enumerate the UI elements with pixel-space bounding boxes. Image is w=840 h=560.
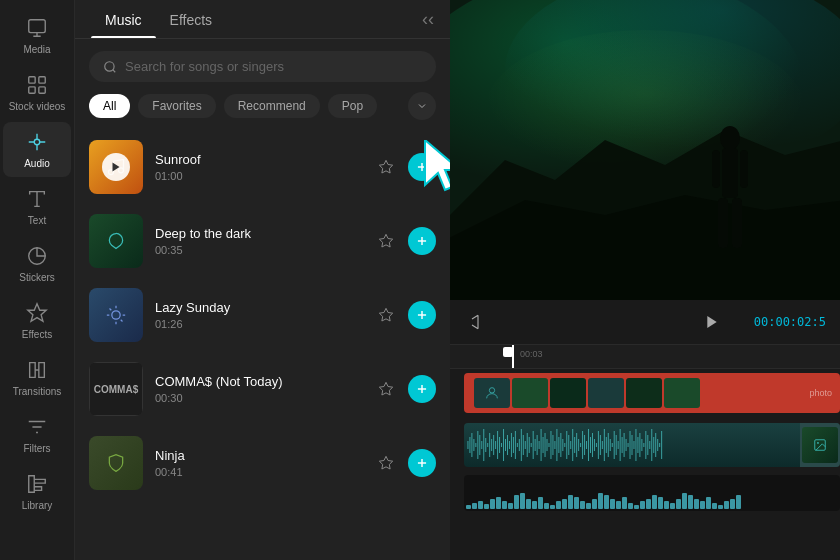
favorite-btn-deep[interactable] xyxy=(372,227,400,255)
svg-point-19 xyxy=(112,311,120,319)
tab-effects[interactable]: Effects xyxy=(156,0,227,38)
song-info-ninja: Ninja 00:41 xyxy=(155,448,360,478)
favorite-btn-sunroof[interactable] xyxy=(372,153,400,181)
sidebar-item-stock[interactable]: Stock videos xyxy=(3,65,71,120)
song-thumb-deep xyxy=(89,214,143,268)
song-item-commas[interactable]: COMMA$ COMMA$ (Not Today) 00:30 xyxy=(75,352,450,426)
song-item-deep[interactable]: Deep to the dark 00:35 xyxy=(75,204,450,278)
effects-icon xyxy=(25,301,49,325)
song-actions-sunroof xyxy=(372,153,436,181)
svg-rect-1 xyxy=(29,77,35,83)
song-item-lazy[interactable]: Lazy Sunday 01:26 xyxy=(75,278,450,352)
sidebar-label-filters: Filters xyxy=(23,443,50,454)
split-icon xyxy=(469,313,487,331)
svg-marker-39 xyxy=(707,316,716,328)
svg-rect-34 xyxy=(722,148,738,198)
sidebar-item-filters[interactable]: Filters xyxy=(3,407,71,462)
filter-pop[interactable]: Pop xyxy=(328,94,377,118)
svg-rect-38 xyxy=(740,150,748,188)
audio-bars-track xyxy=(464,475,840,511)
stickers-icon xyxy=(25,244,49,268)
sidebar-label-audio: Audio xyxy=(24,158,50,169)
song-info-deep: Deep to the dark 00:35 xyxy=(155,226,360,256)
add-btn-sunroof[interactable] xyxy=(408,153,436,181)
svg-marker-11 xyxy=(113,163,120,172)
svg-rect-37 xyxy=(712,150,720,188)
tab-music[interactable]: Music xyxy=(91,0,156,38)
transitions-icon xyxy=(25,358,49,382)
svg-rect-0 xyxy=(29,20,46,33)
panel-tabs: Music Effects ‹‹ xyxy=(75,0,450,39)
favorite-btn-lazy[interactable] xyxy=(372,301,400,329)
favorite-btn-ninja[interactable] xyxy=(372,449,400,477)
play-btn[interactable] xyxy=(698,308,726,336)
ruler-mark: 00:03 xyxy=(520,349,543,359)
sidebar-item-transitions[interactable]: Transitions xyxy=(3,350,71,405)
panel-collapse-btn[interactable]: ‹‹ xyxy=(422,9,434,30)
svg-rect-3 xyxy=(29,87,35,93)
sidebar-item-library[interactable]: Library xyxy=(3,464,71,519)
search-input[interactable] xyxy=(125,59,422,74)
sidebar-item-effects[interactable]: Effects xyxy=(3,293,71,348)
person-silhouette xyxy=(700,120,760,300)
audio-clip[interactable] xyxy=(464,423,840,467)
sidebar-label-text: Text xyxy=(28,215,46,226)
filter-more-btn[interactable] xyxy=(408,92,436,120)
song-thumb-ninja xyxy=(89,436,143,490)
timeline-ruler: 00:03 xyxy=(450,345,840,369)
photo-thumbnail xyxy=(800,423,840,467)
timecode-display: 00:00:02:5 xyxy=(754,315,826,329)
song-actions-commas xyxy=(372,375,436,403)
aurora-background xyxy=(450,0,840,300)
add-btn-lazy[interactable] xyxy=(408,301,436,329)
svg-rect-2 xyxy=(39,77,45,83)
filters-icon xyxy=(25,415,49,439)
filter-favorites[interactable]: Favorites xyxy=(138,94,215,118)
song-info-commas: COMMA$ (Not Today) 00:30 xyxy=(155,374,360,404)
music-panel: Music Effects ‹‹ All Favorites Recommend… xyxy=(75,0,450,560)
svg-marker-16 xyxy=(379,234,392,247)
audio-icon xyxy=(25,130,49,154)
sidebar-label-transitions: Transitions xyxy=(13,386,62,397)
favorite-btn-commas[interactable] xyxy=(372,375,400,403)
right-area: 00:00:02:5 00:03 xyxy=(450,0,840,560)
svg-point-33 xyxy=(720,126,740,150)
sidebar-label-effects: Effects xyxy=(22,329,52,340)
song-item-ninja[interactable]: Ninja 00:41 xyxy=(75,426,450,500)
add-btn-commas[interactable] xyxy=(408,375,436,403)
song-list: Sunroof 01:00 xyxy=(75,130,450,560)
waveform-svg xyxy=(464,423,800,467)
svg-rect-4 xyxy=(39,87,45,93)
video-track: photo xyxy=(450,373,840,421)
playhead-handle xyxy=(503,347,513,357)
sidebar-item-stickers[interactable]: Stickers xyxy=(3,236,71,291)
toolbar-left xyxy=(464,308,492,336)
sidebar-label-stickers: Stickers xyxy=(19,272,55,283)
song-actions-ninja xyxy=(372,449,436,477)
sidebar: Media Stock videos Audio Text Stickers E… xyxy=(0,0,75,560)
search-bar[interactable] xyxy=(89,51,436,82)
filter-row: All Favorites Recommend Pop xyxy=(75,92,450,130)
song-actions-lazy xyxy=(372,301,436,329)
svg-point-8 xyxy=(105,61,114,70)
sidebar-label-stock: Stock videos xyxy=(9,101,66,112)
sidebar-label-library: Library xyxy=(22,500,53,511)
filter-recommend[interactable]: Recommend xyxy=(224,94,320,118)
svg-marker-7 xyxy=(28,304,46,321)
add-btn-ninja[interactable] xyxy=(408,449,436,477)
add-btn-deep[interactable] xyxy=(408,227,436,255)
sidebar-item-text[interactable]: Text xyxy=(3,179,71,234)
video-track-clip[interactable]: photo xyxy=(464,373,840,413)
svg-point-5 xyxy=(34,139,40,145)
play-icon xyxy=(704,314,720,330)
song-item-sunroof[interactable]: Sunroof 01:00 xyxy=(75,130,450,204)
sidebar-item-audio[interactable]: Audio xyxy=(3,122,71,177)
split-tool-btn[interactable] xyxy=(464,308,492,336)
filter-all[interactable]: All xyxy=(89,94,130,118)
sidebar-item-media[interactable]: Media xyxy=(3,8,71,63)
audio-bars xyxy=(464,475,840,511)
search-icon xyxy=(103,60,117,74)
svg-marker-12 xyxy=(379,160,392,173)
playhead[interactable] xyxy=(512,345,514,368)
timeline-tracks: photo xyxy=(450,369,840,560)
